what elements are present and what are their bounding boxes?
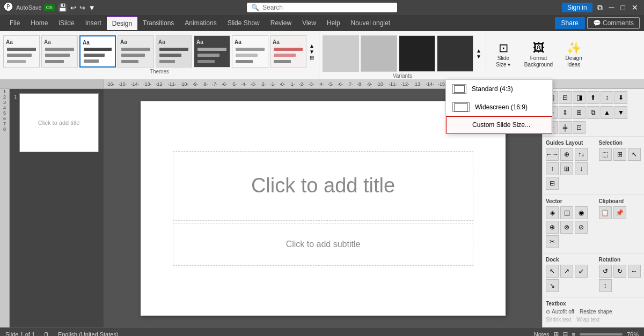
align-middle-icon[interactable]: ↕	[601, 91, 613, 104]
rotate-ccw-icon[interactable]: ↺	[599, 265, 612, 278]
autosave-toggle[interactable]: AutoSave On	[16, 4, 55, 11]
theme-item-7[interactable]: Aa	[232, 35, 268, 68]
align-top-icon[interactable]: ⬆	[587, 91, 599, 104]
undo-icon[interactable]: ↩	[70, 4, 76, 12]
dropdown-item-custom[interactable]: Custom Slide Size...	[446, 116, 552, 133]
theme-item-5[interactable]: Aa	[156, 35, 192, 68]
vector-inter-icon[interactable]: ◉	[575, 206, 588, 219]
vector-sub-icon[interactable]: ◫	[560, 206, 573, 219]
notes-button[interactable]: Notes	[534, 331, 550, 337]
theme-item-4[interactable]: Aa	[118, 35, 154, 68]
theme-item-1[interactable]: Aa	[3, 35, 40, 68]
theme-item-3[interactable]: Aa	[79, 35, 116, 68]
align-grid-icon[interactable]: ⊞	[573, 106, 586, 119]
view-normal-icon[interactable]: ⊞	[554, 331, 559, 336]
align-center-h-icon[interactable]: ⊟	[559, 91, 572, 104]
rotate-cw-icon[interactable]: ↻	[613, 265, 626, 278]
copy-style-icon[interactable]: 📋	[599, 206, 612, 219]
align-right-icon[interactable]: ◨	[573, 91, 586, 104]
align-bottom-icon[interactable]: ⬇	[614, 91, 627, 104]
guide-extra-icon[interactable]: ⊟	[546, 177, 559, 190]
guide-mid-icon[interactable]: ⊞	[560, 162, 573, 175]
dropdown-item-widescreen[interactable]: Widescreen (16:9)	[446, 98, 552, 116]
tab-help[interactable]: Help	[321, 17, 346, 29]
minimize-icon[interactable]: ─	[608, 3, 616, 12]
slide-subtitle-placeholder[interactable]: Click to add subtitle	[173, 223, 473, 266]
search-box[interactable]: 🔍	[247, 3, 397, 12]
resize-shape-container[interactable]: Resize shape	[580, 309, 612, 315]
autosave-state[interactable]: On	[44, 4, 55, 11]
dock-br-icon[interactable]: ↘	[546, 279, 559, 292]
autofit-radio[interactable]: ⊙	[546, 309, 550, 315]
tab-transitions[interactable]: Transitions	[137, 17, 179, 29]
dropdown-item-standard[interactable]: Standard (4:3)	[446, 80, 552, 98]
tab-insert[interactable]: Insert	[80, 17, 107, 29]
design-ideas-button[interactable]: ✨ DesignIdeas	[560, 40, 588, 70]
slide-thumbnail[interactable]: Click to add title	[19, 93, 99, 152]
tab-design[interactable]: Design	[107, 16, 137, 30]
variants-scroll[interactable]: ▲ ▼	[475, 48, 482, 59]
tab-nouvel[interactable]: Nouvel onglet	[346, 17, 396, 29]
flip-h-icon[interactable]: ↔	[628, 265, 641, 278]
tab-islide[interactable]: iSlide	[53, 17, 79, 29]
tab-slideshow[interactable]: Slide Show	[222, 17, 265, 29]
theme-item-8[interactable]: Aa	[270, 35, 306, 68]
arrange-icon[interactable]: ⧉	[587, 106, 599, 119]
themes-scroll[interactable]: ▲ ▼ ⊞	[308, 43, 316, 61]
dock-tr-icon[interactable]: ↗	[560, 265, 573, 278]
guide-down-icon[interactable]: ↓	[575, 162, 588, 175]
close-icon[interactable]: ✕	[630, 3, 640, 12]
tab-animations[interactable]: Animations	[179, 17, 222, 29]
redo-icon[interactable]: ↪	[79, 4, 85, 12]
zoom-slider[interactable]	[580, 333, 623, 335]
vector-xor-icon[interactable]: ⊗	[560, 221, 573, 234]
dock-rotation-section: Dock ↖ ↗ ↙ ↘ Rotation ↺ ↻ ↔ ↕	[543, 253, 644, 297]
tab-home[interactable]: Home	[25, 17, 53, 29]
comments-button[interactable]: 💬 Comments	[587, 17, 640, 29]
more-icon[interactable]: ▼	[89, 4, 96, 12]
tab-review[interactable]: Review	[265, 17, 297, 29]
view-reading-icon[interactable]: ≡	[572, 331, 575, 337]
vector-union-icon[interactable]: ⊕	[546, 221, 559, 234]
format-background-button[interactable]: 🖼 FormatBackground	[519, 40, 558, 70]
tab-view[interactable]: View	[297, 17, 321, 29]
slide-title-placeholder[interactable]: Click to add title	[173, 151, 473, 221]
theme-item-6[interactable]: Aa	[194, 35, 230, 68]
search-input[interactable]	[262, 4, 393, 11]
dock-tl-icon[interactable]: ↖	[546, 265, 559, 278]
send-back-icon[interactable]: ▼	[614, 106, 627, 119]
select-cursor-icon[interactable]: ↖	[628, 148, 641, 161]
guide-v-icon[interactable]: ↑↓	[575, 148, 588, 161]
variant-item-4[interactable]	[437, 35, 473, 72]
dock-bl-icon[interactable]: ↙	[575, 265, 588, 278]
variant-item-3[interactable]	[399, 35, 435, 72]
select-all-icon[interactable]: ⬚	[599, 148, 612, 161]
align-h-icon[interactable]: ╪	[559, 121, 572, 134]
tab-file[interactable]: File	[4, 17, 25, 29]
guide-center-icon[interactable]: ⊕	[560, 148, 573, 161]
restore-icon[interactable]: ⧉	[596, 3, 604, 12]
guide-h-icon[interactable]: ←→	[546, 148, 559, 161]
paste-style-icon[interactable]: 📌	[613, 206, 626, 219]
share-button[interactable]: Share	[555, 17, 585, 29]
textbox-options: ⊙ Autofit off Resize shape	[546, 309, 641, 315]
share-area: Share 💬 Comments	[555, 17, 640, 29]
autofit-off-container[interactable]: ⊙ Autofit off	[546, 309, 574, 315]
slide-size-button[interactable]: ⊡ SlideSize ▾	[489, 40, 517, 70]
theme-item-2[interactable]: Aa	[41, 35, 78, 68]
distribute-v-icon[interactable]: ⇕	[559, 106, 572, 119]
view-slide-sorter-icon[interactable]: ⊟	[563, 331, 568, 336]
variant-item-2[interactable]	[361, 35, 397, 72]
vector-cut-icon[interactable]: ✂	[546, 235, 559, 248]
variant-item-1[interactable]	[323, 35, 359, 72]
select-similar-icon[interactable]: ⊞	[613, 148, 626, 161]
maximize-icon[interactable]: □	[619, 3, 627, 12]
bring-front-icon[interactable]: ▲	[601, 106, 613, 119]
save-icon[interactable]: 💾	[58, 3, 67, 12]
group-icon[interactable]: ⊡	[573, 121, 586, 134]
vector-merge-icon[interactable]: ◈	[546, 206, 559, 219]
guide-up-icon[interactable]: ↑	[546, 162, 559, 175]
sign-in-button[interactable]: Sign in	[562, 3, 592, 12]
flip-v-icon[interactable]: ↕	[599, 279, 612, 292]
vector-extra-icon[interactable]: ⊘	[575, 221, 588, 234]
